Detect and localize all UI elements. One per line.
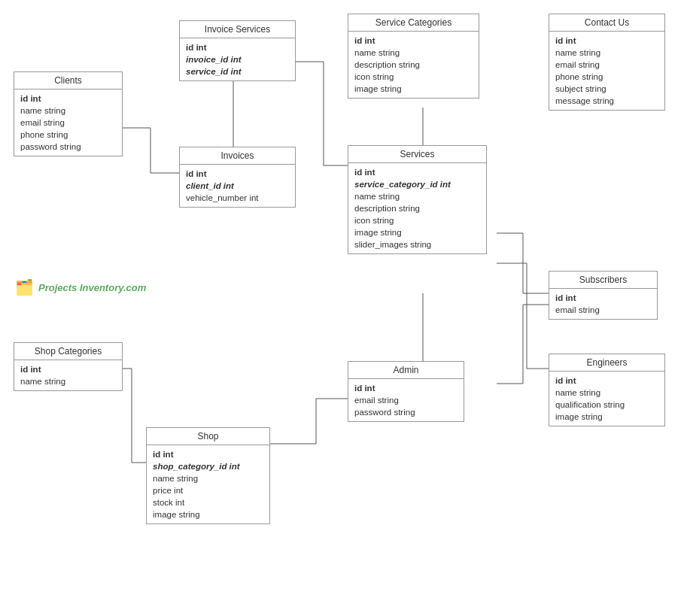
services-name: name string xyxy=(354,190,480,202)
invoices-table: Invoices id int client_id int vehicle_nu… xyxy=(179,147,296,208)
shop-category-id: shop_category_id int xyxy=(153,460,263,472)
services-slider: slider_images string xyxy=(354,238,480,250)
admin-header: Admin xyxy=(348,362,464,379)
engineers-header: Engineers xyxy=(549,354,664,372)
clients-email: email string xyxy=(20,117,116,129)
contact-us-header: Contact Us xyxy=(549,14,664,32)
contact-us-subject: subject string xyxy=(555,83,658,95)
logo: 🗂️ Projects Inventory.com xyxy=(15,278,146,296)
contact-us-message: message string xyxy=(555,95,658,107)
invoices-header: Invoices xyxy=(180,147,295,165)
service-categories-id: id int xyxy=(354,35,473,47)
invoices-client-id: client_id int xyxy=(186,180,289,192)
shop-categories-header: Shop Categories xyxy=(14,343,122,360)
engineers-name: name string xyxy=(555,387,658,399)
contact-us-phone: phone string xyxy=(555,71,658,83)
service-categories-desc: description string xyxy=(354,59,473,71)
subscribers-table: Subscribers id int email string xyxy=(549,271,658,320)
clients-password: password string xyxy=(20,141,116,153)
admin-password: password string xyxy=(354,406,458,418)
invoice-services-service-id: service_id int xyxy=(186,65,289,77)
shop-id: id int xyxy=(153,448,263,460)
invoices-vehicle: vehicle_number int xyxy=(186,192,289,204)
invoice-services-table: Invoice Services id int invoice_id int s… xyxy=(179,20,296,81)
engineers-qualification: qualification string xyxy=(555,399,658,411)
invoices-id: id int xyxy=(186,168,289,180)
logo-text: Projects Inventory.com xyxy=(38,282,146,293)
shop-categories-id: id int xyxy=(20,363,116,375)
services-category-id: service_category_id int xyxy=(354,178,480,190)
invoice-services-invoice-id: invoice_id int xyxy=(186,53,289,65)
shop-header: Shop xyxy=(147,428,269,445)
shop-stock: stock int xyxy=(153,496,263,508)
contact-us-email: email string xyxy=(555,59,658,71)
shop-image: image string xyxy=(153,508,263,520)
services-icon: icon string xyxy=(354,214,480,226)
service-categories-name: name string xyxy=(354,47,473,59)
engineers-image: image string xyxy=(555,411,658,423)
shop-name: name string xyxy=(153,472,263,484)
shop-categories-name: name string xyxy=(20,375,116,387)
services-id: id int xyxy=(354,166,480,178)
contact-us-table: Contact Us id int name string email stri… xyxy=(549,14,665,111)
services-image: image string xyxy=(354,226,480,238)
diagram-container: Clients id int name string email string … xyxy=(0,0,684,616)
invoice-services-header: Invoice Services xyxy=(180,21,295,38)
clients-phone: phone string xyxy=(20,129,116,141)
services-desc: description string xyxy=(354,202,480,214)
logo-icon: 🗂️ xyxy=(15,278,34,296)
shop-price: price int xyxy=(153,484,263,496)
service-categories-icon: icon string xyxy=(354,71,473,83)
contact-us-name: name string xyxy=(555,47,658,59)
subscribers-header: Subscribers xyxy=(549,272,657,289)
clients-id: id int xyxy=(20,93,116,105)
invoice-services-id: id int xyxy=(186,41,289,53)
contact-us-id: id int xyxy=(555,35,658,47)
subscribers-id: id int xyxy=(555,292,651,304)
service-categories-table: Service Categories id int name string de… xyxy=(348,14,479,99)
shop-categories-table: Shop Categories id int name string xyxy=(14,342,123,391)
subscribers-email: email string xyxy=(555,304,651,316)
admin-email: email string xyxy=(354,394,458,406)
services-table: Services id int service_category_id int … xyxy=(348,145,487,254)
clients-name: name string xyxy=(20,105,116,117)
admin-id: id int xyxy=(354,382,458,394)
shop-table: Shop id int shop_category_id int name st… xyxy=(146,427,270,524)
engineers-table: Engineers id int name string qualificati… xyxy=(549,354,665,426)
clients-table: Clients id int name string email string … xyxy=(14,71,123,156)
admin-table: Admin id int email string password strin… xyxy=(348,361,464,422)
services-header: Services xyxy=(348,146,486,163)
service-categories-header: Service Categories xyxy=(348,14,479,32)
clients-header: Clients xyxy=(14,72,122,90)
engineers-id: id int xyxy=(555,375,658,387)
service-categories-image: image string xyxy=(354,83,473,95)
